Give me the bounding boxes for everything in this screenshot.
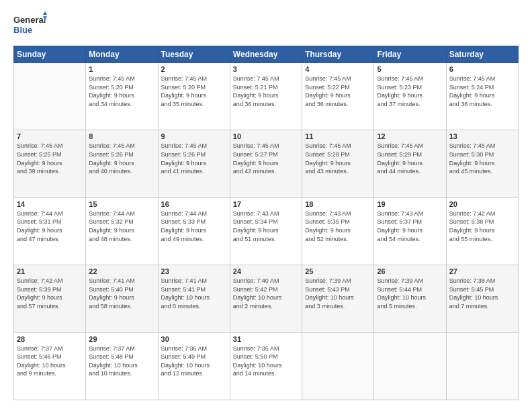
day-info: Sunrise: 7:45 AMSunset: 5:22 PMDaylight:… xyxy=(305,75,371,108)
calendar-cell: 12Sunrise: 7:45 AMSunset: 5:29 PMDayligh… xyxy=(374,130,446,197)
day-info: Sunrise: 7:45 AMSunset: 5:23 PMDaylight:… xyxy=(377,75,443,108)
day-info: Sunrise: 7:44 AMSunset: 5:31 PMDaylight:… xyxy=(17,210,83,243)
col-header-tuesday: Tuesday xyxy=(158,46,230,63)
day-number: 22 xyxy=(89,267,154,275)
week-row-3: 21Sunrise: 7:42 AMSunset: 5:39 PMDayligh… xyxy=(14,265,519,332)
day-info: Sunrise: 7:45 AMSunset: 5:27 PMDaylight:… xyxy=(233,142,299,175)
day-number: 11 xyxy=(305,132,371,140)
day-number: 5 xyxy=(377,65,443,73)
day-number: 1 xyxy=(89,65,154,73)
calendar-cell: 11Sunrise: 7:45 AMSunset: 5:28 PMDayligh… xyxy=(302,130,374,197)
day-info: Sunrise: 7:40 AMSunset: 5:42 PMDaylight:… xyxy=(233,277,299,310)
calendar-cell: 5Sunrise: 7:45 AMSunset: 5:23 PMDaylight… xyxy=(374,63,446,130)
calendar-cell: 20Sunrise: 7:42 AMSunset: 5:38 PMDayligh… xyxy=(446,197,518,265)
day-info: Sunrise: 7:41 AMSunset: 5:40 PMDaylight:… xyxy=(89,277,154,310)
calendar-cell: 17Sunrise: 7:43 AMSunset: 5:34 PMDayligh… xyxy=(230,197,302,265)
calendar-cell xyxy=(374,332,446,400)
day-info: Sunrise: 7:45 AMSunset: 5:28 PMDaylight:… xyxy=(305,142,371,175)
day-number: 16 xyxy=(161,200,227,208)
calendar-cell: 27Sunrise: 7:38 AMSunset: 5:45 PMDayligh… xyxy=(446,265,518,332)
header: General Blue xyxy=(13,11,519,39)
calendar-cell xyxy=(14,63,86,130)
day-number: 28 xyxy=(17,335,83,343)
col-header-saturday: Saturday xyxy=(446,46,518,63)
calendar-cell: 30Sunrise: 7:36 AMSunset: 5:49 PMDayligh… xyxy=(158,332,230,400)
calendar-cell: 21Sunrise: 7:42 AMSunset: 5:39 PMDayligh… xyxy=(14,265,86,332)
day-number: 14 xyxy=(17,200,83,208)
day-number: 20 xyxy=(449,200,515,208)
day-number: 27 xyxy=(449,267,515,275)
day-info: Sunrise: 7:45 AMSunset: 5:20 PMDaylight:… xyxy=(161,75,227,108)
col-header-thursday: Thursday xyxy=(302,46,374,63)
week-row-0: 1Sunrise: 7:45 AMSunset: 5:20 PMDaylight… xyxy=(14,63,519,130)
calendar-cell: 8Sunrise: 7:45 AMSunset: 5:26 PMDaylight… xyxy=(86,130,158,197)
calendar-cell: 22Sunrise: 7:41 AMSunset: 5:40 PMDayligh… xyxy=(86,265,158,332)
calendar-cell: 23Sunrise: 7:41 AMSunset: 5:41 PMDayligh… xyxy=(158,265,230,332)
svg-text:Blue: Blue xyxy=(13,25,32,35)
calendar-header-row: SundayMondayTuesdayWednesdayThursdayFrid… xyxy=(14,46,519,63)
calendar-cell xyxy=(446,332,518,400)
day-info: Sunrise: 7:42 AMSunset: 5:39 PMDaylight:… xyxy=(17,277,83,310)
day-info: Sunrise: 7:41 AMSunset: 5:41 PMDaylight:… xyxy=(161,277,227,310)
day-number: 10 xyxy=(233,132,299,140)
day-number: 29 xyxy=(89,335,154,343)
day-info: Sunrise: 7:42 AMSunset: 5:38 PMDaylight:… xyxy=(449,210,515,243)
day-info: Sunrise: 7:43 AMSunset: 5:35 PMDaylight:… xyxy=(305,210,371,243)
day-number: 4 xyxy=(305,65,371,73)
day-info: Sunrise: 7:43 AMSunset: 5:34 PMDaylight:… xyxy=(233,210,299,243)
calendar-cell: 26Sunrise: 7:39 AMSunset: 5:44 PMDayligh… xyxy=(374,265,446,332)
day-number: 15 xyxy=(89,200,154,208)
day-info: Sunrise: 7:43 AMSunset: 5:37 PMDaylight:… xyxy=(377,210,443,243)
day-info: Sunrise: 7:45 AMSunset: 5:21 PMDaylight:… xyxy=(233,75,299,108)
day-info: Sunrise: 7:39 AMSunset: 5:43 PMDaylight:… xyxy=(305,277,371,310)
day-number: 30 xyxy=(161,335,227,343)
calendar-cell: 18Sunrise: 7:43 AMSunset: 5:35 PMDayligh… xyxy=(302,197,374,265)
calendar-cell: 1Sunrise: 7:45 AMSunset: 5:20 PMDaylight… xyxy=(86,63,158,130)
calendar-cell: 4Sunrise: 7:45 AMSunset: 5:22 PMDaylight… xyxy=(302,63,374,130)
day-number: 17 xyxy=(233,200,299,208)
col-header-sunday: Sunday xyxy=(14,46,86,63)
day-number: 3 xyxy=(233,65,299,73)
calendar-cell: 24Sunrise: 7:40 AMSunset: 5:42 PMDayligh… xyxy=(230,265,302,332)
day-info: Sunrise: 7:45 AMSunset: 5:20 PMDaylight:… xyxy=(89,75,154,108)
logo: General Blue xyxy=(13,11,47,39)
day-number: 25 xyxy=(305,267,371,275)
calendar-cell: 2Sunrise: 7:45 AMSunset: 5:20 PMDaylight… xyxy=(158,63,230,130)
week-row-4: 28Sunrise: 7:37 AMSunset: 5:46 PMDayligh… xyxy=(14,332,519,400)
day-number: 26 xyxy=(377,267,443,275)
day-number: 19 xyxy=(377,200,443,208)
day-number: 9 xyxy=(161,132,227,140)
day-number: 8 xyxy=(89,132,154,140)
calendar-cell: 6Sunrise: 7:45 AMSunset: 5:24 PMDaylight… xyxy=(446,63,518,130)
day-number: 2 xyxy=(161,65,227,73)
day-info: Sunrise: 7:45 AMSunset: 5:26 PMDaylight:… xyxy=(89,142,154,175)
calendar-cell: 7Sunrise: 7:45 AMSunset: 5:25 PMDaylight… xyxy=(14,130,86,197)
calendar-cell xyxy=(302,332,374,400)
day-info: Sunrise: 7:45 AMSunset: 5:25 PMDaylight:… xyxy=(17,142,83,175)
day-number: 7 xyxy=(17,132,83,140)
day-info: Sunrise: 7:45 AMSunset: 5:24 PMDaylight:… xyxy=(449,75,515,108)
calendar-cell: 14Sunrise: 7:44 AMSunset: 5:31 PMDayligh… xyxy=(14,197,86,265)
logo-svg: General Blue xyxy=(13,11,47,39)
col-header-wednesday: Wednesday xyxy=(230,46,302,63)
calendar-page: General Blue SundayMondayTuesdayWednesda… xyxy=(0,0,532,411)
day-info: Sunrise: 7:45 AMSunset: 5:26 PMDaylight:… xyxy=(161,142,227,175)
day-info: Sunrise: 7:37 AMSunset: 5:48 PMDaylight:… xyxy=(89,345,154,378)
day-number: 12 xyxy=(377,132,443,140)
day-number: 13 xyxy=(449,132,515,140)
calendar-cell: 31Sunrise: 7:35 AMSunset: 5:50 PMDayligh… xyxy=(230,332,302,400)
col-header-monday: Monday xyxy=(86,46,158,63)
day-number: 21 xyxy=(17,267,83,275)
day-number: 18 xyxy=(305,200,371,208)
col-header-friday: Friday xyxy=(374,46,446,63)
week-row-1: 7Sunrise: 7:45 AMSunset: 5:25 PMDaylight… xyxy=(14,130,519,197)
calendar-cell: 19Sunrise: 7:43 AMSunset: 5:37 PMDayligh… xyxy=(374,197,446,265)
calendar-cell: 16Sunrise: 7:44 AMSunset: 5:33 PMDayligh… xyxy=(158,197,230,265)
calendar-cell: 13Sunrise: 7:45 AMSunset: 5:30 PMDayligh… xyxy=(446,130,518,197)
day-info: Sunrise: 7:44 AMSunset: 5:32 PMDaylight:… xyxy=(89,210,154,243)
day-info: Sunrise: 7:39 AMSunset: 5:44 PMDaylight:… xyxy=(377,277,443,310)
calendar-cell: 28Sunrise: 7:37 AMSunset: 5:46 PMDayligh… xyxy=(14,332,86,400)
week-row-2: 14Sunrise: 7:44 AMSunset: 5:31 PMDayligh… xyxy=(14,197,519,265)
calendar-cell: 25Sunrise: 7:39 AMSunset: 5:43 PMDayligh… xyxy=(302,265,374,332)
calendar-cell: 9Sunrise: 7:45 AMSunset: 5:26 PMDaylight… xyxy=(158,130,230,197)
